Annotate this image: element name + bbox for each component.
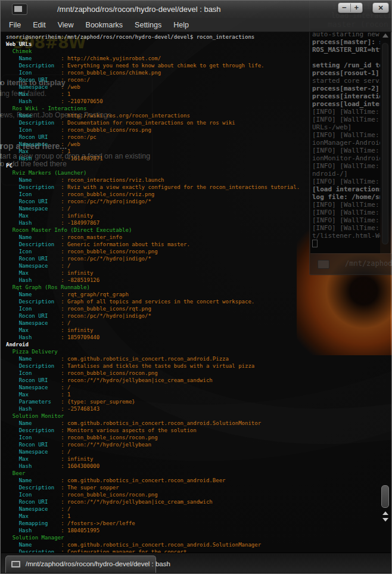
terminal-line: snorri@snorriheim:/mnt/zaphod/ros/rocon/… [6,33,391,41]
terminal-line: Rocon URI : rocon:/*/*/hydro/jellybean [6,441,391,448]
menu-item-help[interactable]: Help [167,18,195,32]
titlebar[interactable]: /mnt/zaphod/ros/rocon/hydro-devel/devel … [1,1,391,19]
terminal-line: Hash : -828519126 [6,277,391,284]
terminal-line: Rocon URI : rocon:/pc/*/hydro|indigo/* [6,198,391,205]
window-minmax-buttons: − + [338,2,363,13]
terminal-line: Description : Documentation for rocon_in… [6,119,391,126]
terminal-line: Rocon URI : rocon:/pc [6,134,391,141]
terminal-line: Name : rocon_master_info [6,234,391,241]
terminal-line: Hash : -2107070650 [6,98,391,105]
terminal-line: Chimek [6,48,391,55]
terminal-line: Parameters : {type: super_supreme} [6,398,391,405]
terminal-line: Remapping : /fosters->/beer/leffe [6,520,391,527]
tabbar: /mnt/zaphod/ros/rocon/hydro-devel/devel … [1,553,391,573]
terminal-line: Namespace : / [6,448,391,455]
terminal-line: Name : com.github.robotics_in_concert.ro… [6,541,391,548]
terminal-line: Name : com.github.robotics_in_concert.ro… [6,477,391,484]
terminal-line: Namespace : / [6,262,391,269]
terminal-line: Icon : rocon_bubble_icons/ros.png [6,126,391,134]
terminal-line: Solution Manager [6,534,391,541]
maximize-button[interactable]: + [350,3,362,13]
terminal-line: Hash : 1804051995 [6,527,391,534]
terminal-line: Hash : 1859709440 [6,334,391,341]
terminal-line: Name : rocon_interactions/rviz.launch [6,176,391,184]
terminal-line: Hash : -1614982871 [6,155,391,162]
terminal-line: Icon : rocon_bubble_icons/rqt.png [6,305,391,312]
terminal-line: Description : The super sopper [6,484,391,491]
window-title: /mnt/zaphod/ros/rocon/hydro-devel/devel … [57,1,221,18]
terminal-line: Icon : rocon_bubble_icons/chimek.png [6,69,391,76]
terminal-line: Icon : rocon_bubble_icons/rocon.png [6,434,391,441]
close-button[interactable]: ✕ [372,2,389,13]
terminal-line: Namespace : / [6,319,391,327]
terminal-line: Description : Tantalises and tickles the… [6,362,391,370]
terminal-output[interactable]: snorri@snorriheim:/mnt/zaphod/ros/rocon/… [1,32,391,553]
terminal-line: Description : Monitors various aspects o… [6,427,391,434]
terminal-line: Ros Wiki - Interactions [6,105,391,112]
terminal-line: PC [6,162,391,169]
terminal-line: Max : infinity [6,212,391,219]
terminal-line: Name : rqt_graph/rqt_graph [6,291,391,298]
terminal-line: Icon : rocon_bubble_icons/rocon.png [6,248,391,255]
terminal-line: Rqt Graph (Ros Runnable) [6,284,391,291]
scrollbar-arrows [381,510,389,525]
terminal-line: Icon : rocon_bubble_icons/rviz.png [6,191,391,198]
menubar: FileEditViewBookmarksSettingsHelp [1,18,391,32]
terminal-line: Android [6,341,391,348]
terminal-line: Name : http://chimek.yujinrobot.com/ [6,55,391,62]
terminal-line: Namespace : /web [6,83,391,91]
terminal-line: Icon : rocon_bubble_icons/rocon.png [6,491,391,498]
terminal-line: Rocon URI : rocon:/pc/*/hydro|indigo/* [6,255,391,262]
terminal-line: Max : infinity [6,269,391,277]
terminal-line: Pizza Delivery [6,348,391,355]
terminal-line: Name : http://wiki.ros.org/rocon_interac… [6,112,391,119]
terminal-line: Rviz Markers (Launcher) [6,169,391,176]
terminal-line: Beer [6,470,391,477]
tab-active-session[interactable]: /mnt/zaphod/ros/rocon/hydro-devel/devel … [5,556,156,573]
terminal-line: Solution Monitor [6,412,391,420]
menu-item-file[interactable]: File [3,18,27,32]
terminal-line: Hash : -184997867 [6,219,391,227]
menu-item-edit[interactable]: Edit [27,18,52,32]
terminal-line: Namespace : / [6,384,391,391]
terminal-line: Max : 1 [6,513,391,520]
terminal-line: Description : Everything you need to kno… [6,62,391,69]
main-terminal-window: /mnt/zaphod/ros/rocon/hydro-devel/devel … [0,0,392,574]
menu-item-settings[interactable]: Settings [129,18,167,32]
terminal-line: Max : infinity [6,327,391,334]
scrollbar-thumb[interactable] [381,485,389,508]
minimize-button[interactable]: − [338,3,350,13]
scroll-down-arrow-icon[interactable] [382,518,388,522]
terminal-line: Max : 1 [6,91,391,98]
terminal-line: Icon : rocon_bubble_icons/rocon.png [6,370,391,377]
tab-label: /mnt/zaphod/ros/rocon/hydro-devel/devel … [26,556,170,572]
terminal-line: Namespace : / [6,505,391,513]
terminal-line: Name : com.github.robotics_in_concert.ro… [6,420,391,427]
terminal-line: Rocon URI : rocon:/pc/*/hydro|indigo/* [6,312,391,319]
menu-item-view[interactable]: View [52,18,80,32]
terminal-line: Description : Rviz with a view exactly c… [6,184,391,191]
terminal-line: Description : Graph of all topics and se… [6,298,391,305]
terminal-line: Max : 1 [6,391,391,398]
terminal-line: Name : com.github.robotics_in_concert.ro… [6,355,391,362]
terminal-line: Rocon URI : rocon:/*/*/hydro/jellybean|i… [6,498,391,505]
terminal-line: Hash : 1604300000 [6,463,391,470]
terminal-line: Max : 1 [6,148,391,155]
terminal-line: Description : Generic information about … [6,241,391,248]
window-app-icon [12,4,27,15]
terminal-line: Namespace : / [6,205,391,212]
menu-item-bookmarks[interactable]: Bookmarks [80,18,129,32]
terminal-line: Namespace : /web [6,141,391,148]
terminal-line: Rocon Master Info (Direct Executable) [6,227,391,234]
terminal-line: Web URLs [6,41,391,48]
terminal-line: Hash : -257468143 [6,405,391,412]
terminal-line: Max : infinity [6,455,391,463]
terminal-line: Rocon URI : rocon:/ [6,76,391,83]
scroll-up-arrow-icon[interactable] [382,511,388,515]
terminal-line: Rocon URI : rocon:/*/*/hydro/jellybean|i… [6,377,391,384]
terminal-tab-icon [11,560,21,568]
